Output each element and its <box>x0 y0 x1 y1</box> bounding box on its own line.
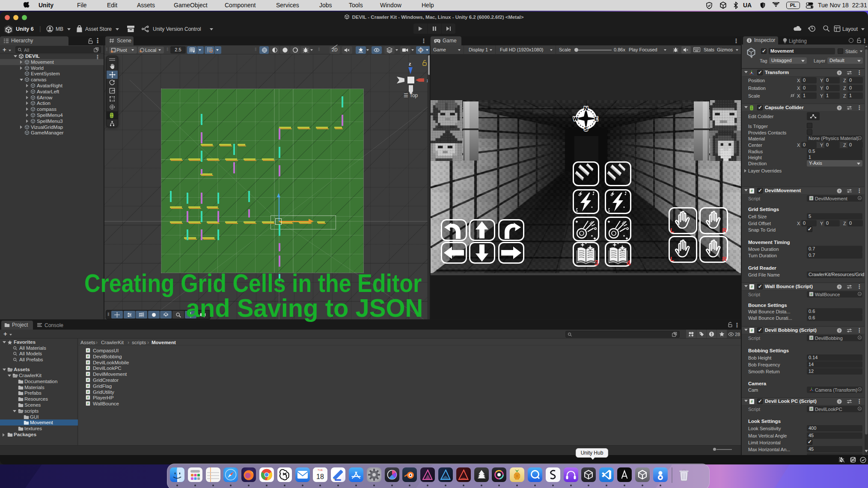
svg-text:#: # <box>751 399 753 404</box>
svg-text:#: # <box>751 285 753 289</box>
svg-text:3: 3 <box>595 259 598 267</box>
svg-text:#: # <box>87 384 89 388</box>
svg-text:#: # <box>87 378 89 382</box>
svg-text:#: # <box>87 348 89 352</box>
svg-text:#: # <box>87 402 89 405</box>
svg-text:?: ? <box>838 106 841 110</box>
svg-text:#: # <box>811 293 812 296</box>
svg-text:#: # <box>87 366 89 370</box>
svg-text:#: # <box>811 408 812 411</box>
svg-text:?: ? <box>838 71 841 75</box>
svg-text:R: R <box>722 255 727 262</box>
svg-text:#: # <box>87 390 89 394</box>
svg-text:?: ? <box>838 329 841 333</box>
svg-text:N: N <box>584 105 588 112</box>
svg-text:#: # <box>87 372 89 376</box>
svg-text:R: R <box>722 226 727 234</box>
svg-text:#: # <box>87 360 89 364</box>
svg-text:Y: Y <box>193 50 195 53</box>
svg-text:?: ? <box>838 285 841 289</box>
svg-text:?: ? <box>838 189 841 193</box>
svg-text:#: # <box>751 328 753 333</box>
svg-text:#: # <box>751 189 753 193</box>
svg-text:#: # <box>87 354 89 358</box>
svg-text:?: ? <box>838 400 841 404</box>
svg-text:z: z <box>409 61 411 66</box>
svg-text:W: W <box>573 116 578 122</box>
svg-text:S: S <box>584 126 588 132</box>
svg-text:L: L <box>670 255 674 262</box>
svg-text:4: 4 <box>627 259 631 267</box>
svg-text:#: # <box>811 197 812 200</box>
svg-text:#: # <box>811 336 812 339</box>
svg-text:E: E <box>595 116 598 122</box>
svg-text:#: # <box>87 396 89 400</box>
svg-text:TUE: TUE <box>318 469 323 471</box>
svg-text:18: 18 <box>316 473 324 480</box>
svg-text:L: L <box>670 226 674 234</box>
